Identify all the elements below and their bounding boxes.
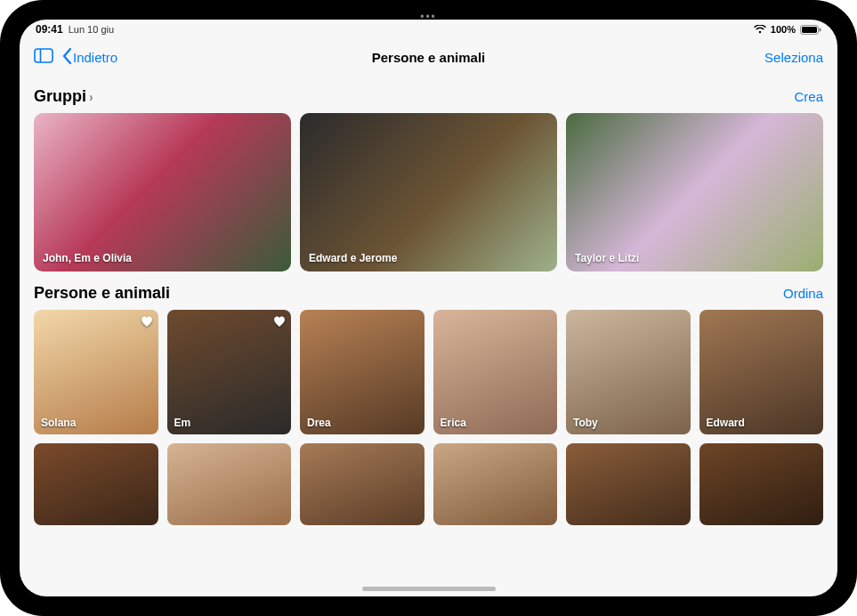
person-card[interactable] xyxy=(566,443,691,525)
group-label: Taylor e Litzi xyxy=(575,252,639,264)
back-button[interactable]: Indietro xyxy=(62,48,117,67)
svg-rect-1 xyxy=(802,27,817,33)
person-photo xyxy=(566,443,691,525)
group-card[interactable]: Taylor e Litzi xyxy=(566,113,823,272)
status-time: 09:41 xyxy=(36,23,63,36)
group-photo xyxy=(566,113,823,272)
group-card[interactable]: John, Em e Olivia xyxy=(34,113,291,272)
person-card[interactable] xyxy=(300,443,424,525)
person-card[interactable]: Drea xyxy=(300,310,424,434)
device-frame: ••• 09:41 Lun 10 giu 100% xyxy=(0,0,857,616)
groups-section-header: Gruppi › Crea xyxy=(34,87,823,106)
people-grid-more xyxy=(34,443,823,525)
person-photo xyxy=(167,443,292,525)
heart-icon xyxy=(273,315,286,331)
home-indicator[interactable] xyxy=(362,587,496,591)
screen: 09:41 Lun 10 giu 100% xyxy=(20,20,837,596)
groups-row: John, Em e Olivia Edward e Jerome Taylor… xyxy=(34,113,823,272)
person-card[interactable]: Em xyxy=(167,310,292,434)
group-label: John, Em e Olivia xyxy=(43,252,132,264)
person-label: Toby xyxy=(573,417,598,429)
page-title: Persone e animali xyxy=(372,50,486,65)
status-bar: 09:41 Lun 10 giu 100% xyxy=(20,20,837,39)
person-card[interactable] xyxy=(34,443,158,525)
group-photo xyxy=(34,113,291,272)
person-label: Em xyxy=(174,417,191,429)
select-button[interactable]: Seleziona xyxy=(764,50,823,65)
person-card[interactable]: Edward xyxy=(699,310,824,434)
people-section-header: Persone e animali Ordina xyxy=(34,284,823,303)
person-card[interactable]: Erica xyxy=(433,310,558,434)
person-card[interactable]: Solana xyxy=(34,310,158,434)
create-group-button[interactable]: Crea xyxy=(794,89,823,104)
svg-rect-2 xyxy=(820,28,821,31)
sidebar-toggle-button[interactable] xyxy=(34,48,53,67)
battery-percent: 100% xyxy=(771,24,796,35)
groups-title-text: Gruppi xyxy=(34,87,86,106)
person-label: Drea xyxy=(307,417,331,429)
back-label: Indietro xyxy=(73,50,117,65)
heart-icon xyxy=(141,315,153,331)
status-date: Lun 10 giu xyxy=(69,24,114,35)
sort-button[interactable]: Ordina xyxy=(783,286,823,301)
group-label: Edward e Jerome xyxy=(309,252,397,264)
person-card[interactable]: Toby xyxy=(566,310,691,434)
person-photo xyxy=(433,443,558,525)
battery-icon xyxy=(800,25,821,35)
people-title-text: Persone e animali xyxy=(34,284,170,303)
chevron-left-icon xyxy=(62,48,72,67)
person-label: Edward xyxy=(707,417,745,429)
person-card[interactable] xyxy=(699,443,824,525)
person-photo xyxy=(300,443,424,525)
wifi-icon xyxy=(754,25,766,34)
nav-bar: Indietro Persone e animali Seleziona xyxy=(20,39,837,75)
people-grid: Solana Em Drea Erica xyxy=(34,310,823,434)
person-photo xyxy=(699,443,824,525)
person-card[interactable] xyxy=(167,443,292,525)
svg-rect-3 xyxy=(35,49,53,62)
person-card[interactable] xyxy=(433,443,558,525)
group-card[interactable]: Edward e Jerome xyxy=(300,113,557,272)
content-scroll[interactable]: Gruppi › Crea John, Em e Olivia Edward e… xyxy=(20,75,837,596)
person-label: Solana xyxy=(41,417,76,429)
person-label: Erica xyxy=(441,417,466,429)
groups-heading[interactable]: Gruppi › xyxy=(34,87,93,106)
group-photo xyxy=(300,113,557,272)
chevron-right-icon: › xyxy=(89,90,93,104)
person-photo xyxy=(34,443,158,525)
people-heading: Persone e animali xyxy=(34,284,170,303)
